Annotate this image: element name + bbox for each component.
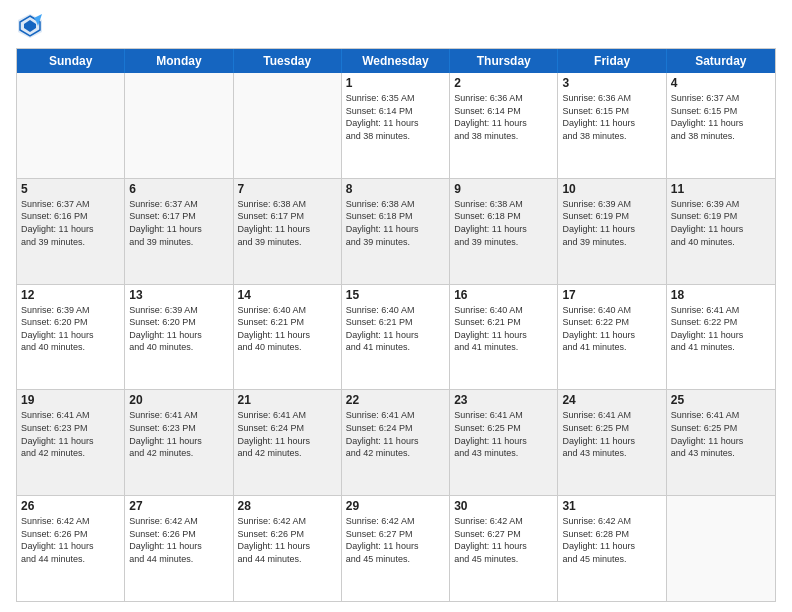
calendar: SundayMondayTuesdayWednesdayThursdayFrid… bbox=[16, 48, 776, 602]
day-number: 20 bbox=[129, 393, 228, 407]
day-cell-4: 4Sunrise: 6:37 AM Sunset: 6:15 PM Daylig… bbox=[667, 73, 775, 178]
day-cell-27: 27Sunrise: 6:42 AM Sunset: 6:26 PM Dayli… bbox=[125, 496, 233, 601]
empty-cell bbox=[17, 73, 125, 178]
logo-icon bbox=[16, 12, 44, 40]
day-cell-16: 16Sunrise: 6:40 AM Sunset: 6:21 PM Dayli… bbox=[450, 285, 558, 390]
day-number: 11 bbox=[671, 182, 771, 196]
day-info: Sunrise: 6:42 AM Sunset: 6:28 PM Dayligh… bbox=[562, 515, 661, 565]
day-number: 29 bbox=[346, 499, 445, 513]
day-info: Sunrise: 6:41 AM Sunset: 6:25 PM Dayligh… bbox=[671, 409, 771, 459]
day-number: 4 bbox=[671, 76, 771, 90]
day-number: 13 bbox=[129, 288, 228, 302]
calendar-week-3: 12Sunrise: 6:39 AM Sunset: 6:20 PM Dayli… bbox=[17, 285, 775, 391]
day-number: 18 bbox=[671, 288, 771, 302]
calendar-week-2: 5Sunrise: 6:37 AM Sunset: 6:16 PM Daylig… bbox=[17, 179, 775, 285]
day-info: Sunrise: 6:41 AM Sunset: 6:24 PM Dayligh… bbox=[238, 409, 337, 459]
day-cell-31: 31Sunrise: 6:42 AM Sunset: 6:28 PM Dayli… bbox=[558, 496, 666, 601]
day-info: Sunrise: 6:42 AM Sunset: 6:26 PM Dayligh… bbox=[238, 515, 337, 565]
day-cell-15: 15Sunrise: 6:40 AM Sunset: 6:21 PM Dayli… bbox=[342, 285, 450, 390]
day-cell-17: 17Sunrise: 6:40 AM Sunset: 6:22 PM Dayli… bbox=[558, 285, 666, 390]
day-info: Sunrise: 6:35 AM Sunset: 6:14 PM Dayligh… bbox=[346, 92, 445, 142]
day-header-thursday: Thursday bbox=[450, 49, 558, 73]
day-number: 9 bbox=[454, 182, 553, 196]
logo bbox=[16, 12, 48, 40]
day-cell-20: 20Sunrise: 6:41 AM Sunset: 6:23 PM Dayli… bbox=[125, 390, 233, 495]
day-header-monday: Monday bbox=[125, 49, 233, 73]
day-cell-8: 8Sunrise: 6:38 AM Sunset: 6:18 PM Daylig… bbox=[342, 179, 450, 284]
day-info: Sunrise: 6:41 AM Sunset: 6:25 PM Dayligh… bbox=[454, 409, 553, 459]
empty-cell bbox=[667, 496, 775, 601]
day-header-sunday: Sunday bbox=[17, 49, 125, 73]
day-cell-5: 5Sunrise: 6:37 AM Sunset: 6:16 PM Daylig… bbox=[17, 179, 125, 284]
day-cell-18: 18Sunrise: 6:41 AM Sunset: 6:22 PM Dayli… bbox=[667, 285, 775, 390]
day-header-saturday: Saturday bbox=[667, 49, 775, 73]
day-info: Sunrise: 6:39 AM Sunset: 6:19 PM Dayligh… bbox=[562, 198, 661, 248]
day-info: Sunrise: 6:40 AM Sunset: 6:21 PM Dayligh… bbox=[238, 304, 337, 354]
day-number: 10 bbox=[562, 182, 661, 196]
day-cell-23: 23Sunrise: 6:41 AM Sunset: 6:25 PM Dayli… bbox=[450, 390, 558, 495]
day-cell-21: 21Sunrise: 6:41 AM Sunset: 6:24 PM Dayli… bbox=[234, 390, 342, 495]
day-number: 30 bbox=[454, 499, 553, 513]
day-number: 31 bbox=[562, 499, 661, 513]
day-info: Sunrise: 6:42 AM Sunset: 6:27 PM Dayligh… bbox=[346, 515, 445, 565]
day-info: Sunrise: 6:37 AM Sunset: 6:16 PM Dayligh… bbox=[21, 198, 120, 248]
day-cell-11: 11Sunrise: 6:39 AM Sunset: 6:19 PM Dayli… bbox=[667, 179, 775, 284]
day-number: 2 bbox=[454, 76, 553, 90]
day-cell-25: 25Sunrise: 6:41 AM Sunset: 6:25 PM Dayli… bbox=[667, 390, 775, 495]
day-cell-22: 22Sunrise: 6:41 AM Sunset: 6:24 PM Dayli… bbox=[342, 390, 450, 495]
day-info: Sunrise: 6:40 AM Sunset: 6:21 PM Dayligh… bbox=[454, 304, 553, 354]
day-info: Sunrise: 6:39 AM Sunset: 6:20 PM Dayligh… bbox=[129, 304, 228, 354]
day-number: 22 bbox=[346, 393, 445, 407]
day-info: Sunrise: 6:41 AM Sunset: 6:23 PM Dayligh… bbox=[21, 409, 120, 459]
day-info: Sunrise: 6:37 AM Sunset: 6:15 PM Dayligh… bbox=[671, 92, 771, 142]
day-number: 14 bbox=[238, 288, 337, 302]
day-number: 24 bbox=[562, 393, 661, 407]
day-number: 19 bbox=[21, 393, 120, 407]
day-cell-24: 24Sunrise: 6:41 AM Sunset: 6:25 PM Dayli… bbox=[558, 390, 666, 495]
day-header-tuesday: Tuesday bbox=[234, 49, 342, 73]
day-info: Sunrise: 6:41 AM Sunset: 6:25 PM Dayligh… bbox=[562, 409, 661, 459]
day-number: 27 bbox=[129, 499, 228, 513]
day-cell-28: 28Sunrise: 6:42 AM Sunset: 6:26 PM Dayli… bbox=[234, 496, 342, 601]
day-info: Sunrise: 6:39 AM Sunset: 6:20 PM Dayligh… bbox=[21, 304, 120, 354]
empty-cell bbox=[234, 73, 342, 178]
day-cell-2: 2Sunrise: 6:36 AM Sunset: 6:14 PM Daylig… bbox=[450, 73, 558, 178]
day-info: Sunrise: 6:41 AM Sunset: 6:23 PM Dayligh… bbox=[129, 409, 228, 459]
day-cell-6: 6Sunrise: 6:37 AM Sunset: 6:17 PM Daylig… bbox=[125, 179, 233, 284]
day-cell-30: 30Sunrise: 6:42 AM Sunset: 6:27 PM Dayli… bbox=[450, 496, 558, 601]
day-info: Sunrise: 6:42 AM Sunset: 6:27 PM Dayligh… bbox=[454, 515, 553, 565]
day-cell-7: 7Sunrise: 6:38 AM Sunset: 6:17 PM Daylig… bbox=[234, 179, 342, 284]
day-number: 15 bbox=[346, 288, 445, 302]
day-number: 8 bbox=[346, 182, 445, 196]
day-number: 23 bbox=[454, 393, 553, 407]
calendar-week-5: 26Sunrise: 6:42 AM Sunset: 6:26 PM Dayli… bbox=[17, 496, 775, 601]
day-number: 26 bbox=[21, 499, 120, 513]
day-info: Sunrise: 6:40 AM Sunset: 6:22 PM Dayligh… bbox=[562, 304, 661, 354]
day-info: Sunrise: 6:42 AM Sunset: 6:26 PM Dayligh… bbox=[129, 515, 228, 565]
day-cell-13: 13Sunrise: 6:39 AM Sunset: 6:20 PM Dayli… bbox=[125, 285, 233, 390]
day-cell-10: 10Sunrise: 6:39 AM Sunset: 6:19 PM Dayli… bbox=[558, 179, 666, 284]
day-number: 17 bbox=[562, 288, 661, 302]
day-info: Sunrise: 6:36 AM Sunset: 6:14 PM Dayligh… bbox=[454, 92, 553, 142]
day-info: Sunrise: 6:38 AM Sunset: 6:18 PM Dayligh… bbox=[346, 198, 445, 248]
day-number: 7 bbox=[238, 182, 337, 196]
day-number: 3 bbox=[562, 76, 661, 90]
day-info: Sunrise: 6:41 AM Sunset: 6:22 PM Dayligh… bbox=[671, 304, 771, 354]
day-number: 1 bbox=[346, 76, 445, 90]
header bbox=[16, 12, 776, 40]
day-cell-29: 29Sunrise: 6:42 AM Sunset: 6:27 PM Dayli… bbox=[342, 496, 450, 601]
day-number: 12 bbox=[21, 288, 120, 302]
day-header-wednesday: Wednesday bbox=[342, 49, 450, 73]
day-cell-26: 26Sunrise: 6:42 AM Sunset: 6:26 PM Dayli… bbox=[17, 496, 125, 601]
day-cell-9: 9Sunrise: 6:38 AM Sunset: 6:18 PM Daylig… bbox=[450, 179, 558, 284]
page: SundayMondayTuesdayWednesdayThursdayFrid… bbox=[0, 0, 792, 612]
calendar-body: 1Sunrise: 6:35 AM Sunset: 6:14 PM Daylig… bbox=[17, 73, 775, 601]
day-info: Sunrise: 6:39 AM Sunset: 6:19 PM Dayligh… bbox=[671, 198, 771, 248]
day-number: 5 bbox=[21, 182, 120, 196]
day-info: Sunrise: 6:36 AM Sunset: 6:15 PM Dayligh… bbox=[562, 92, 661, 142]
calendar-week-4: 19Sunrise: 6:41 AM Sunset: 6:23 PM Dayli… bbox=[17, 390, 775, 496]
day-header-friday: Friday bbox=[558, 49, 666, 73]
day-number: 16 bbox=[454, 288, 553, 302]
calendar-week-1: 1Sunrise: 6:35 AM Sunset: 6:14 PM Daylig… bbox=[17, 73, 775, 179]
calendar-header: SundayMondayTuesdayWednesdayThursdayFrid… bbox=[17, 49, 775, 73]
